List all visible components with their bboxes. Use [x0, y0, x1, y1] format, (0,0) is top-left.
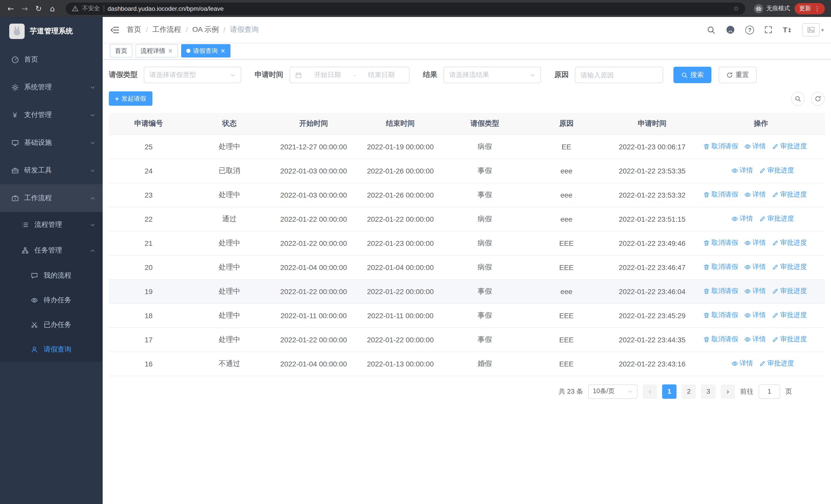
reason-input[interactable]	[575, 67, 663, 83]
sidebar-item-home[interactable]: 首页	[0, 46, 103, 73]
address-bar[interactable]: 不安全 dashboard.yudao.iocoder.cn/bpm/oa/le…	[66, 2, 745, 14]
sidebar-item-infrastructure[interactable]: 基础设施	[0, 129, 103, 156]
fullscreen-icon[interactable]	[764, 26, 773, 34]
detail-link[interactable]: 详情	[732, 359, 753, 368]
page-button-2[interactable]: 2	[682, 384, 696, 398]
sidebar-item-payment[interactable]: ¥ 支付管理	[0, 101, 103, 129]
sidebar-item-my-process[interactable]: 我的流程	[0, 263, 103, 288]
date-range-picker[interactable]: 开始日期 - 结束日期	[289, 67, 409, 83]
browser-update-button[interactable]: 更新 ⋮	[795, 3, 825, 14]
total-count: 共 23 条	[559, 387, 583, 396]
reload-icon[interactable]: ↻	[34, 4, 43, 13]
font-size-icon[interactable]: T↕	[783, 26, 792, 34]
cancel-leave-link[interactable]: 取消请假	[703, 287, 738, 296]
breadcrumb-workflow[interactable]: 工作流程	[152, 25, 181, 34]
cancel-leave-link[interactable]: 取消请假	[703, 311, 738, 320]
col-end-time: 结束时间	[357, 113, 444, 135]
cell-start: 2022-01-03 00:00:00	[270, 158, 357, 183]
page-size-select[interactable]: 10条/页	[588, 384, 637, 398]
goto-page-input[interactable]	[758, 384, 780, 398]
chevron-down-icon: ▾	[821, 27, 824, 33]
question-icon[interactable]: ?	[745, 25, 754, 34]
prev-page-button[interactable]: ‹	[642, 384, 657, 398]
approval-progress-link[interactable]: 审批进度	[759, 166, 794, 175]
detail-link[interactable]: 详情	[732, 214, 753, 224]
approval-progress-link[interactable]: 审批进度	[772, 335, 807, 344]
start-date-input[interactable]: 开始日期	[305, 70, 350, 80]
tab-process-detail[interactable]: 流程详情 ×	[136, 44, 178, 58]
sidebar-item-leave-query[interactable]: 请假查询	[0, 337, 103, 362]
breadcrumb-home[interactable]: 首页	[127, 25, 141, 34]
cell-start: 2022-01-22 00:00:00	[270, 231, 357, 255]
sidebar-item-devtools[interactable]: 研发工具	[0, 156, 103, 184]
detail-link[interactable]: 详情	[744, 335, 766, 344]
detail-link[interactable]: 详情	[732, 166, 753, 175]
sidebar-item-system[interactable]: 系统管理	[0, 73, 103, 101]
approval-progress-link[interactable]: 审批进度	[772, 190, 807, 199]
chevron-down-icon	[90, 168, 95, 173]
close-icon[interactable]: ×	[168, 47, 173, 54]
cancel-leave-link[interactable]: 取消请假	[703, 142, 738, 151]
tab-home[interactable]: 首页	[110, 44, 133, 58]
home-icon[interactable]: ⌂	[48, 4, 57, 13]
next-page-button[interactable]: ›	[721, 384, 735, 398]
search-button[interactable]: 搜索	[674, 67, 711, 83]
search-icon[interactable]	[707, 25, 716, 34]
back-icon[interactable]: ←	[6, 4, 16, 13]
user-avatar[interactable]: ▾	[802, 23, 824, 36]
cell-reason: EEE	[525, 327, 607, 352]
chevron-up-icon	[90, 248, 95, 253]
bookmark-star-icon[interactable]: ☆	[733, 5, 739, 12]
incognito-badge: 无痕模式	[754, 4, 790, 13]
leave-type-select[interactable]: 请选择请假类型	[144, 67, 241, 83]
github-icon[interactable]	[726, 25, 735, 34]
cancel-leave-link[interactable]: 取消请假	[703, 263, 738, 272]
browser-menu-icon[interactable]: ⋮	[814, 5, 820, 12]
app-logo[interactable]: 芋道管理系统	[0, 17, 103, 46]
end-date-input[interactable]: 结束日期	[359, 70, 404, 80]
search-toggle-button[interactable]	[791, 92, 805, 106]
forward-icon[interactable]: →	[20, 4, 29, 13]
tab-leave-query[interactable]: 请假查询 ×	[181, 44, 230, 58]
sidebar-item-done-tasks[interactable]: 已办任务	[0, 313, 103, 337]
close-icon[interactable]: ×	[220, 47, 225, 54]
detail-icon	[744, 264, 751, 270]
toolbox-icon	[10, 167, 20, 174]
approval-progress-link[interactable]: 审批进度	[772, 311, 807, 320]
approval-progress-link[interactable]: 审批进度	[772, 287, 807, 296]
sidebar-item-process-management[interactable]: 流程管理	[0, 212, 103, 238]
cancel-leave-link[interactable]: 取消请假	[703, 190, 738, 199]
detail-icon	[744, 312, 751, 319]
page-button-1[interactable]: 1	[662, 384, 677, 398]
cell-end: 2022-01-13 00:00:00	[357, 352, 444, 376]
yen-icon: ¥	[10, 111, 20, 119]
sidebar-item-task-management[interactable]: 任务管理	[0, 238, 103, 263]
approval-progress-link[interactable]: 审批进度	[759, 359, 794, 368]
detail-link[interactable]: 详情	[744, 190, 766, 199]
reset-button[interactable]: 重置	[719, 67, 756, 83]
cell-reason: EEE	[525, 231, 607, 255]
approval-progress-link[interactable]: 审批进度	[772, 142, 807, 151]
cell-reason: EEE	[525, 255, 607, 279]
approval-progress-link[interactable]: 审批进度	[772, 263, 807, 272]
create-leave-button[interactable]: + 发起请假	[109, 91, 152, 106]
result-select[interactable]: 请选择流结果	[443, 67, 541, 83]
detail-link[interactable]: 详情	[744, 263, 766, 272]
app-window: 芋道管理系统 首页 系统管理 ¥ 支付管理	[0, 17, 831, 504]
detail-link[interactable]: 详情	[744, 238, 766, 248]
detail-link[interactable]: 详情	[744, 142, 766, 151]
cell-actions: 详情审批进度	[697, 207, 825, 231]
approval-progress-link[interactable]: 审批进度	[772, 238, 807, 248]
detail-link[interactable]: 详情	[744, 287, 766, 296]
refresh-table-button[interactable]	[811, 92, 825, 106]
cancel-leave-link[interactable]: 取消请假	[703, 238, 738, 248]
breadcrumb-oa-example[interactable]: OA 示例	[193, 25, 219, 34]
sidebar-item-workflow[interactable]: 工作流程	[0, 184, 103, 212]
detail-link[interactable]: 详情	[744, 311, 766, 320]
approval-progress-link[interactable]: 审批进度	[759, 214, 794, 224]
cell-type: 事假	[444, 327, 525, 352]
page-button-3[interactable]: 3	[701, 384, 716, 398]
cancel-leave-link[interactable]: 取消请假	[703, 335, 738, 344]
sidebar-item-todo-tasks[interactable]: 待办任务	[0, 288, 103, 313]
menu-fold-icon[interactable]	[110, 25, 120, 35]
